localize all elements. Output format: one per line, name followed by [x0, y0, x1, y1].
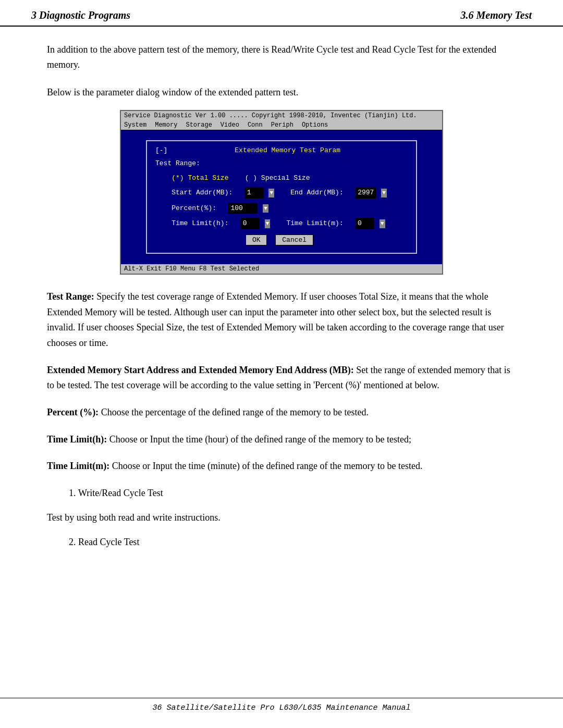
time-limit-m-value[interactable]: 0	[356, 218, 374, 229]
percent-bold: Percent (%):	[47, 407, 99, 417]
page-footer: 36 Satellite/Satellite Pro L630/L635 Mai…	[0, 698, 563, 712]
dos-body: [-] Extended Memory Test Param Test Rang…	[121, 130, 442, 264]
extended-memory-bold: Extended Memory Start Address and Extend…	[47, 365, 354, 375]
numbered-list: Write/Read Cycle Test	[78, 486, 516, 501]
start-addr-value[interactable]: 1	[245, 187, 264, 199]
dos-dialog: [-] Extended Memory Test Param Test Rang…	[146, 140, 417, 254]
main-content: In addition to the above pattern test of…	[0, 42, 563, 590]
menu-storage[interactable]: Storage	[186, 121, 212, 129]
dos-screen-wrapper: Service Diagnostic Ver 1.00 ..... Copyri…	[47, 110, 516, 275]
percent-text: Choose the percentage of the defined ran…	[101, 407, 369, 417]
start-addr-arrow[interactable]: ▼	[268, 189, 274, 198]
menu-system[interactable]: System	[124, 121, 146, 129]
section-title: 3.6 Memory Test	[461, 9, 532, 21]
list-item-1: Write/Read Cycle Test	[78, 486, 516, 501]
percent-arrow[interactable]: ▼	[263, 204, 268, 213]
extended-memory-description: Extended Memory Start Address and Extend…	[47, 363, 516, 393]
time-limit-m-label: Time Limit(m):	[286, 219, 343, 227]
menu-video[interactable]: Video	[221, 121, 239, 129]
test-range-label: Test Range:	[155, 159, 200, 167]
intro-paragraph-2: Below is the parameter dialog window of …	[47, 85, 516, 100]
percent-row: Percent(%): 100 ▼	[155, 203, 408, 214]
cancel-button[interactable]: Cancel	[275, 235, 313, 245]
dos-menu-bar: System Memory Storage Video Conn Periph …	[121, 120, 442, 130]
menu-conn[interactable]: Conn	[248, 121, 263, 129]
time-limit-h-value[interactable]: 0	[241, 218, 260, 229]
dos-title-bar: Service Diagnostic Ver 1.00 ..... Copyri…	[121, 111, 442, 120]
time-limit-m-text: Choose or Input the time (minute) of the…	[112, 461, 423, 471]
dialog-buttons: OK Cancel	[155, 235, 408, 245]
end-addr-label: End Addr(MB):	[290, 189, 343, 196]
time-limit-h-label: Time Limit(h):	[172, 219, 228, 227]
percent-label: Percent(%):	[172, 204, 216, 212]
menu-options[interactable]: Options	[302, 121, 328, 129]
test-range-description: Test Range: Specify the test coverage ra…	[47, 289, 516, 351]
chapter-title: 3 Diagnostic Programs	[31, 9, 130, 21]
percent-value[interactable]: 100	[228, 203, 258, 214]
time-limit-m-bold: Time Limit(m):	[47, 461, 109, 471]
time-limit-h-description: Time Limit(h): Choose or Input the time …	[47, 432, 516, 448]
numbered-list-2: Read Cycle Test	[78, 535, 516, 550]
time-limit-h-arrow[interactable]: ▼	[265, 219, 271, 228]
time-limit-row: Time Limit(h): 0 ▼ Time Limit(m): 0 ▼	[155, 218, 408, 229]
dialog-title: Extended Memory Test Param	[167, 146, 408, 154]
radio-special-size[interactable]: ( ) Special Size	[245, 174, 310, 182]
footer-text: 36 Satellite/Satellite Pro L630/L635 Mai…	[152, 704, 410, 712]
test-range-text: Specify the test coverage range of Exten…	[47, 291, 504, 348]
end-addr-value[interactable]: 2997	[356, 187, 376, 199]
test-range-options: (*) Total Size ( ) Special Size	[155, 173, 408, 183]
menu-memory[interactable]: Memory	[155, 121, 177, 129]
test-range-bold: Test Range:	[47, 291, 94, 302]
start-addr-label: Start Addr(MB):	[172, 189, 232, 196]
test-range-row: Test Range:	[155, 158, 408, 169]
page-header: 3 Diagnostic Programs 3.6 Memory Test	[0, 0, 563, 27]
addr-row: Start Addr(MB): 1 ▼ End Addr(MB): 2997 ▼	[155, 187, 408, 199]
write-read-cycle-desc: Test by using both read and write instru…	[47, 510, 516, 525]
list-item-2: Read Cycle Test	[78, 535, 516, 550]
dos-status-bar: Alt-X Exit F10 Menu F8 Test Selected	[121, 264, 442, 274]
end-addr-arrow[interactable]: ▼	[381, 189, 387, 198]
menu-periph[interactable]: Periph	[271, 121, 293, 129]
time-limit-h-bold: Time Limit(h):	[47, 434, 107, 445]
radio-total-size[interactable]: (*) Total Size	[172, 174, 228, 182]
ok-button[interactable]: OK	[246, 235, 267, 245]
dialog-marker: [-]	[155, 146, 167, 154]
time-limit-h-text: Choose or Input the time (hour) of the d…	[109, 434, 411, 445]
dialog-title-bar: [-] Extended Memory Test Param	[155, 146, 408, 154]
time-limit-m-arrow[interactable]: ▼	[380, 219, 385, 228]
dos-screen: Service Diagnostic Ver 1.00 ..... Copyri…	[120, 110, 443, 275]
percent-description: Percent (%): Choose the percentage of th…	[47, 405, 516, 421]
intro-paragraph-1: In addition to the above pattern test of…	[47, 42, 516, 72]
time-limit-m-description: Time Limit(m): Choose or Input the time …	[47, 459, 516, 474]
